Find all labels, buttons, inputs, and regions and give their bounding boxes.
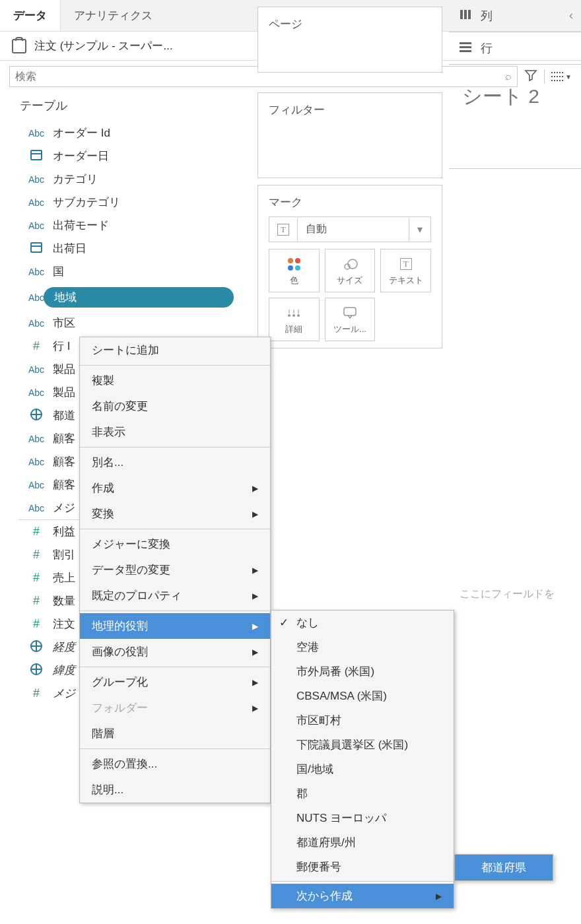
rows-shelf[interactable]: 行 (449, 32, 581, 65)
field-context-menu: シートに追加複製名前の変更非表示別名...作成▶変換▶メジャーに変換データ型の変… (79, 337, 271, 803)
submenu-item[interactable]: 市区町村 (271, 708, 454, 733)
submenu-item[interactable]: 市外局番 (米国) (271, 659, 454, 684)
size-icon (328, 255, 372, 273)
field-name: 経度 (53, 640, 75, 655)
tooltip-icon (328, 304, 372, 322)
submenu-item[interactable]: 下院議員選挙区 (米国) (271, 733, 454, 757)
context-menu-item[interactable]: 既定のプロパティ▶ (80, 583, 270, 609)
globe-icon (24, 640, 49, 654)
context-menu-item[interactable]: 非表示 (80, 419, 270, 445)
hash-icon: # (24, 339, 49, 353)
submenu-arrow-icon: ▶ (252, 704, 258, 713)
context-menu-item[interactable]: 地理的役割▶ (80, 613, 270, 639)
submenu-item[interactable]: ✓なし (271, 610, 454, 635)
submenu-arrow-icon: ▶ (252, 678, 258, 687)
pages-shelf[interactable]: ページ (257, 7, 442, 73)
field-name: 数量 (53, 593, 75, 609)
field-name: 売上 (53, 570, 75, 585)
context-menu-item[interactable]: 名前の変更 (80, 393, 270, 419)
field-name: 行 I (53, 339, 70, 354)
text-type-icon: T (269, 218, 298, 241)
globe-icon (24, 409, 49, 422)
field-name: 出荷モード (53, 218, 109, 233)
submenu-item[interactable]: NUTS ヨーロッパ (271, 806, 454, 830)
hash-icon: # (24, 525, 49, 539)
marks-type-selector[interactable]: T 自動 ▾ (269, 216, 431, 242)
field-item[interactable]: Abcカテゴリ (0, 168, 246, 191)
submenu-item[interactable]: 次から作成▶ (271, 884, 454, 908)
field-name: オーダー日 (53, 148, 109, 164)
abc-icon: Abc (24, 174, 49, 185)
encoding-tooltip[interactable]: ツール... (325, 298, 376, 341)
columns-icon (460, 9, 471, 23)
svg-point-5 (288, 314, 290, 317)
abc-icon: Abc (24, 364, 49, 375)
encoding-color[interactable]: 色 (269, 249, 320, 292)
submenu-arrow-icon: ▶ (252, 591, 258, 601)
data-source-name: 注文 (サンプル - スーパー... (34, 38, 173, 53)
sheet-title-underline (449, 168, 581, 169)
hash-icon: # (24, 686, 49, 700)
sheet-title[interactable]: シート 2 (449, 65, 581, 129)
context-menu-item[interactable]: グループ化▶ (80, 669, 270, 695)
submenu-item[interactable]: 郵便番号 (271, 855, 454, 879)
context-menu-item[interactable]: 参照の置換... (80, 751, 270, 777)
field-item[interactable]: Abc市区 (0, 312, 246, 335)
submenu-arrow-icon: ▶ (252, 622, 258, 631)
field-item[interactable]: Abc出荷モード (0, 214, 246, 237)
abc-icon: Abc (24, 197, 49, 208)
svg-point-6 (292, 314, 295, 317)
field-name: 製品 (53, 385, 75, 400)
marks-type-label: 自動 (298, 217, 409, 242)
submenu-item[interactable]: CBSA/MSA (米国) (271, 684, 454, 708)
submenu-item[interactable]: 都道府県/州 (271, 830, 454, 855)
context-menu-item[interactable]: 変換▶ (80, 501, 270, 527)
context-menu-item[interactable]: 作成▶ (80, 475, 270, 501)
columns-shelf[interactable]: 列 (449, 0, 581, 32)
tab-data[interactable]: データ (0, 0, 60, 31)
abc-icon: Abc (24, 387, 49, 398)
field-item[interactable]: Abcサブカテゴリ (0, 191, 246, 214)
field-item[interactable]: Abc国 (0, 260, 246, 283)
context-menu-item[interactable]: シートに追加 (80, 337, 270, 363)
field-name: メジ (53, 500, 75, 515)
check-icon: ✓ (279, 616, 289, 630)
flyout-item-prefecture[interactable]: 都道府県 (455, 855, 553, 880)
field-name: 割引 (53, 547, 75, 562)
geographic-role-submenu: ✓なし空港市外局番 (米国)CBSA/MSA (米国)市区町村下院議員選挙区 (… (271, 610, 454, 909)
filters-shelf[interactable]: フィルター (257, 92, 442, 178)
field-item[interactable]: Abc地域 (0, 283, 246, 312)
context-menu-item[interactable]: 別名... (80, 449, 270, 475)
field-name: 市区 (53, 315, 75, 331)
database-icon (12, 39, 26, 53)
field-name: 注文 (53, 616, 75, 632)
color-dots-icon (272, 255, 316, 273)
hash-icon: # (24, 548, 49, 562)
context-menu-item[interactable]: メジャーに変換 (80, 531, 270, 557)
field-item[interactable]: Abcオーダー Id (0, 121, 246, 145)
encoding-text[interactable]: T テキスト (380, 249, 431, 292)
submenu-item[interactable]: 空港 (271, 635, 454, 659)
encoding-size[interactable]: サイズ (325, 249, 376, 292)
field-name: 製品 (53, 362, 75, 377)
context-menu-item[interactable]: データ型の変更▶ (80, 557, 270, 583)
encoding-detail[interactable]: 詳細 (269, 298, 320, 341)
context-menu-item[interactable]: 説明... (80, 777, 270, 803)
svg-point-4 (348, 259, 357, 269)
context-menu-item[interactable]: 階層 (80, 721, 270, 746)
svg-rect-17 (460, 50, 471, 52)
field-name: 顧客 (53, 454, 75, 469)
submenu-item[interactable]: 郡 (271, 781, 454, 806)
field-name: メジ (53, 686, 75, 701)
context-menu-item[interactable]: 複製 (80, 368, 270, 393)
submenu-arrow-icon: ▶ (436, 892, 442, 901)
field-item[interactable]: 出荷日 (0, 237, 246, 260)
field-item[interactable]: オーダー日 (0, 145, 246, 168)
field-name: 顧客 (53, 431, 75, 446)
rows-icon (460, 42, 471, 55)
abc-icon: Abc (24, 457, 49, 467)
section-tables-title: テーブル (0, 92, 246, 121)
submenu-item[interactable]: 国/地域 (271, 757, 454, 781)
context-menu-item[interactable]: 画像の役割▶ (80, 639, 270, 665)
marks-type-dropdown-icon[interactable]: ▾ (409, 218, 430, 241)
